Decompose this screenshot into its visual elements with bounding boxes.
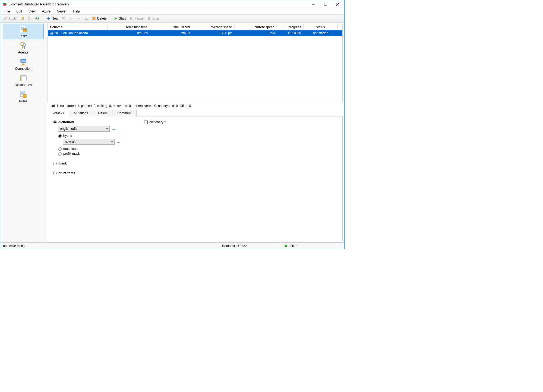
sidebar-item-tasks[interactable]: Tasks [3, 24, 44, 39]
lock-icon [50, 31, 53, 35]
tab-result[interactable]: Result [93, 110, 112, 116]
new-button[interactable]: New [45, 16, 59, 21]
apply-button[interactable]: Apply [2, 16, 18, 21]
menu-file[interactable]: File [2, 9, 12, 14]
table-header: filename remaining time time utilized av… [48, 24, 342, 30]
cell-remaining: 8m 22s [108, 31, 150, 35]
col-status[interactable]: status [304, 24, 338, 30]
menu-azure[interactable]: Azure [39, 9, 53, 14]
start-button[interactable]: Start [112, 16, 127, 21]
tab-mutations[interactable]: Mutations [69, 110, 93, 116]
move-top-button[interactable] [60, 16, 67, 21]
svg-rect-29 [22, 64, 24, 65]
toolbar-separator [43, 16, 43, 21]
cell-status: not started [304, 31, 338, 35]
redo-button[interactable] [26, 16, 33, 21]
chevron-down-icon [111, 140, 113, 144]
col-remaining[interactable]: remaining time [108, 24, 150, 30]
svg-rect-15 [131, 17, 132, 20]
app-window: Elcomsoft Distributed Password Recovery … [0, 0, 345, 249]
radio-dictionary[interactable] [53, 121, 57, 124]
sidebar-item-rules[interactable]: Rules [3, 89, 44, 105]
cell-filename: 2010_all_labuda.accdb [48, 31, 108, 35]
tasks-table: filename remaining time time utilized av… [48, 24, 343, 102]
move-down-button[interactable] [75, 16, 82, 21]
sidebar-item-dictionaries[interactable]: Dictionaries [3, 72, 44, 88]
col-utilized[interactable]: time utilized [150, 24, 192, 30]
filename-text: 2010_all_labuda.accdb [54, 31, 88, 35]
radio-prefix-mask-label: prefix mask [63, 152, 80, 156]
maximize-button[interactable] [319, 1, 332, 8]
hybrid-combo-row: newrule ... [63, 139, 120, 145]
dict-combo-value: english.udic [60, 127, 77, 131]
body: Tasks Agents Connection Dictionaries [0, 23, 344, 242]
table-row[interactable]: 2010_all_labuda.accdb 8m 22s 2m 8s 1 790… [48, 30, 342, 36]
col-curspeed[interactable]: current speed [235, 24, 277, 30]
tabs: Attacks Mutations Result Comment [48, 109, 344, 116]
move-bottom-button[interactable] [83, 16, 90, 21]
radio-hybrid[interactable] [58, 134, 62, 138]
undo-button[interactable] [19, 16, 25, 21]
menu-edit[interactable]: Edit [14, 9, 25, 14]
sidebar-label-tasks: Tasks [19, 34, 27, 38]
tab-panel-attacks: dictionary english.udic ... hybrid [48, 116, 343, 241]
tab-attacks[interactable]: Attacks [48, 110, 69, 116]
x-icon [92, 16, 96, 21]
pause-button[interactable]: Pause [128, 16, 145, 21]
dict-combo[interactable]: english.udic [58, 126, 110, 132]
svg-rect-16 [148, 17, 150, 20]
dict-combo-row: english.udic ... [58, 126, 120, 132]
connection-icon [19, 58, 28, 66]
refresh-icon [35, 16, 39, 21]
radio-hybrid-row: hybrid [58, 134, 120, 138]
main-area: filename remaining time time utilized av… [46, 23, 344, 242]
summary-line: total: 1, not started: 1, paused: 0, wai… [46, 103, 344, 109]
radio-mutations[interactable] [58, 147, 62, 151]
status-host: localhost : 12122 [219, 243, 282, 249]
radio-mask[interactable] [53, 162, 57, 165]
close-button[interactable] [332, 1, 344, 8]
radio-prefix-mask-row: prefix mask [58, 152, 120, 156]
radio-dictionary-label: dictionary [58, 120, 74, 124]
menu-server[interactable]: Server [54, 9, 69, 14]
checkbox-dictionary2[interactable] [144, 121, 148, 124]
minimize-button[interactable] [307, 1, 319, 8]
sidebar-item-connection[interactable]: Connection [3, 56, 44, 72]
radio-bruteforce[interactable] [53, 172, 57, 175]
col-progress[interactable]: progress [277, 24, 304, 30]
move-up-button[interactable] [68, 16, 74, 21]
radio-prefix-mask[interactable] [58, 152, 62, 156]
radio-hybrid-label: hybrid [63, 134, 72, 138]
svg-rect-14 [130, 17, 131, 20]
delete-label: Delete [97, 17, 107, 20]
dict-browse-link[interactable]: ... [112, 127, 115, 131]
menubar: File Edit View Azure Server Help [0, 8, 344, 14]
menu-view[interactable]: View [26, 9, 38, 14]
start-label: Start [119, 17, 126, 20]
sidebar-item-agents[interactable]: Agents [3, 40, 44, 56]
hybrid-combo[interactable]: newrule [63, 139, 115, 145]
radio-dictionary-row: dictionary [53, 120, 120, 124]
stop-icon [147, 16, 151, 21]
hybrid-browse-link[interactable]: ... [117, 140, 120, 144]
tab-comment[interactable]: Comment [112, 110, 137, 116]
window-controls [307, 1, 344, 8]
window-title: Elcomsoft Distributed Password Recovery [8, 2, 307, 6]
col-avgspeed[interactable]: average speed [192, 24, 235, 30]
hybrid-combo-value: newrule [65, 140, 76, 144]
cell-avgspeed: 1 790 p/s [192, 31, 235, 35]
refresh-button[interactable] [34, 16, 40, 21]
checkbox-dictionary2-row: dictionary 2 [144, 120, 166, 124]
sidebar-label-rules: Rules [19, 99, 27, 103]
table-body: 2010_all_labuda.accdb 8m 22s 2m 8s 1 790… [48, 30, 342, 102]
radio-mutations-row: mutations [58, 147, 120, 151]
col-filename[interactable]: filename [48, 24, 108, 30]
checkbox-dictionary2-label: dictionary 2 [149, 120, 166, 124]
status-online: online [282, 243, 344, 249]
menu-help[interactable]: Help [71, 9, 83, 14]
new-label: New [52, 17, 58, 20]
cell-progress: 19.188 % [277, 31, 304, 35]
delete-button[interactable]: Delete [91, 16, 108, 21]
stop-button[interactable]: Stop [146, 16, 160, 21]
svg-point-2 [4, 4, 6, 6]
